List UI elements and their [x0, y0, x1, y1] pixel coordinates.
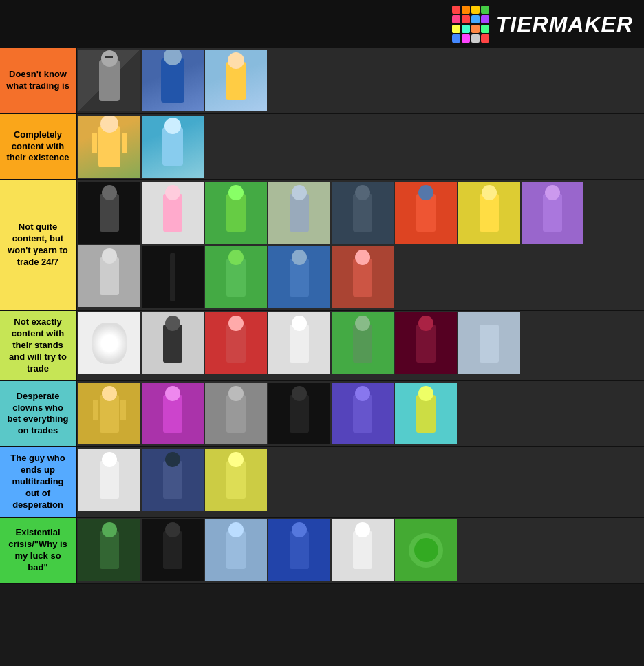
list-item	[268, 182, 330, 244]
list-item	[332, 312, 394, 374]
list-item	[205, 246, 267, 308]
logo-cell	[452, 15, 460, 23]
tier-row: Not exactly content with their stands an…	[0, 311, 644, 381]
tier-label-1: Doesn't know what trading is	[0, 48, 77, 113]
tier-content-3	[77, 180, 644, 310]
logo-cell	[462, 15, 470, 23]
list-item	[205, 519, 267, 581]
logo-cell	[471, 34, 480, 43]
logo-cell	[462, 34, 470, 43]
list-item	[78, 383, 140, 444]
list-item	[78, 182, 140, 244]
list-item	[78, 312, 140, 374]
logo-grid	[452, 6, 489, 43]
tier-label-4: Not exactly content with their stands an…	[0, 311, 77, 380]
tier-row: The guy who ends up multitrading out of …	[0, 447, 644, 517]
tier-row: Completely content with their existence	[0, 114, 644, 180]
logo-text: TierMaker	[496, 12, 633, 37]
tier-content-6	[77, 447, 644, 516]
list-item	[142, 182, 204, 244]
tier-content-5	[77, 381, 644, 446]
list-item	[395, 383, 457, 444]
logo-cell	[452, 34, 460, 43]
list-item	[78, 519, 140, 581]
tier-content-7	[77, 518, 644, 583]
list-item	[205, 50, 267, 111]
list-item	[395, 519, 457, 581]
tier-row: Not quite content, but won't yearn to tr…	[0, 180, 644, 311]
list-item	[78, 245, 140, 307]
tier-content-2	[77, 114, 644, 179]
list-item	[78, 116, 140, 178]
list-item	[395, 182, 457, 244]
logo-cell	[462, 6, 470, 14]
logo-cell	[481, 6, 489, 14]
logo-cell	[481, 34, 489, 43]
list-item	[142, 383, 204, 444]
list-item	[332, 182, 394, 244]
logo-cell	[481, 15, 489, 23]
tier-table: Doesn't know what trading is	[0, 48, 644, 584]
tier-label-5: Desperate clowns who bet everything on t…	[0, 381, 77, 446]
list-item	[458, 312, 520, 374]
list-item	[78, 50, 140, 111]
list-item	[268, 246, 330, 308]
list-item	[142, 312, 204, 374]
header: TierMaker	[0, 0, 644, 48]
list-item	[268, 312, 330, 374]
tier-content-1	[77, 48, 644, 113]
list-item	[205, 449, 267, 511]
logo-cell	[471, 25, 480, 33]
list-item	[268, 383, 330, 444]
tier-label-6: The guy who ends up multitrading out of …	[0, 447, 77, 516]
tier-row: Existential crisis/"Why is my luck so ba…	[0, 518, 644, 584]
list-item	[268, 519, 330, 581]
list-item	[332, 246, 394, 308]
list-item	[142, 50, 204, 111]
list-item	[78, 449, 140, 511]
list-item	[142, 116, 204, 178]
tier-row: Doesn't know what trading is	[0, 48, 644, 114]
list-item	[395, 312, 457, 374]
tier-label-7: Existential crisis/"Why is my luck so ba…	[0, 518, 77, 583]
logo-cell	[452, 25, 460, 33]
list-item	[332, 519, 394, 581]
tier-row: Desperate clowns who bet everything on t…	[0, 381, 644, 447]
tier-label-3: Not quite content, but won't yearn to tr…	[0, 180, 77, 310]
list-item	[142, 246, 204, 308]
logo-cell	[452, 6, 460, 14]
list-item	[205, 383, 267, 444]
list-item	[205, 182, 267, 244]
list-item	[522, 182, 583, 244]
list-item	[205, 312, 267, 374]
list-item	[332, 383, 394, 444]
logo-cell	[471, 15, 480, 23]
list-item	[142, 519, 204, 581]
list-item	[458, 182, 520, 244]
logo-container: TierMaker	[452, 6, 633, 43]
tier-content-4	[77, 311, 644, 380]
tier-label-2: Completely content with their existence	[0, 114, 77, 179]
logo-cell	[462, 25, 470, 33]
logo-cell	[471, 6, 480, 14]
logo-cell	[481, 25, 489, 33]
list-item	[142, 449, 204, 511]
